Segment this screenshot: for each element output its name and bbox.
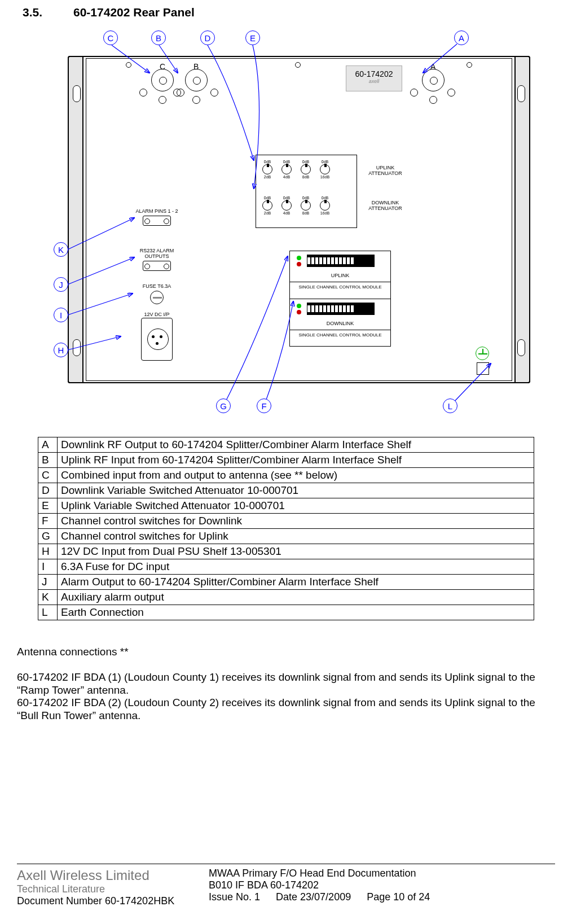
callout-f: F [257, 398, 271, 413]
connector-a: A [413, 63, 453, 103]
attenuator-switch: 0dB4dB [280, 196, 293, 224]
legend-desc: Combined input from and output to antenn… [58, 468, 534, 483]
attenuator-switch: 0dB2dB [261, 196, 274, 224]
legend-key: D [38, 483, 58, 498]
callout-l: L [443, 398, 457, 413]
legend-key: A [38, 437, 58, 453]
footer-dept: Technical Literature [17, 883, 209, 895]
table-row: ADownlink RF Output to 60-174204 Splitte… [38, 437, 534, 453]
notes-p2: 60-174202 IF BDA (2) (Loudoun County 2) … [17, 697, 555, 722]
legend-desc: Downlink RF Output to 60-174204 Splitter… [58, 437, 534, 453]
legend-desc: 12V DC Input from Dual PSU Shelf 13-0053… [58, 544, 534, 559]
footer-title2: B010 IF BDA 60-174202 [209, 879, 555, 891]
legend-key: H [38, 544, 58, 559]
footer-page: Page 10 of 24 [367, 891, 430, 903]
table-row: DDownlink Variable Switched Attenuator 1… [38, 483, 534, 498]
fuse-icon [150, 291, 164, 304]
legend-desc: Channel control switches for Uplink [58, 529, 534, 544]
legend-desc: Auxiliary alarm output [58, 590, 534, 605]
callout-e: E [245, 30, 260, 45]
page-footer: Axell Wireless Limited Technical Literat… [17, 864, 555, 907]
attenuator-switch: 0dB16dB [318, 160, 332, 188]
table-row: JAlarm Output to 60-174204 Splitter/Comb… [38, 575, 534, 590]
downlink-attenuator-label: DOWNLINK ATTENUATOR [366, 200, 405, 211]
section-heading: 3.5. 60-174202 Rear Panel [23, 6, 555, 19]
footer-title1: MWAA Primary F/O Head End Documentation [209, 868, 555, 879]
rack-ear-right [514, 56, 530, 383]
model-label: 60-174202 axell [346, 65, 402, 91]
dc-input-label: 12V DC I/P [134, 312, 179, 317]
legend-key: J [38, 575, 58, 590]
fuse-label: FUSE T6.3A [134, 283, 179, 289]
alarm-pins-connector-icon [143, 216, 171, 226]
callout-b: B [151, 30, 166, 45]
rack-panel: C B A 60-174202 axell 0dB2dB0dB4dB [68, 56, 530, 383]
rs232-label: RS232 ALARM OUTPUTS [134, 248, 179, 259]
table-row: LEarth Connection [38, 605, 534, 620]
downlink-attenuator-row: 0dB2dB0dB4dB0dB8dB0dB16dB [261, 196, 332, 224]
legend-key: E [38, 498, 58, 514]
callout-c: C [103, 30, 118, 45]
control-module-block: UPLINK SINGLE CHANNEL CONTROL MODULE DOW… [289, 251, 391, 347]
legend-desc: Uplink Variable Switched Attenuator 10-0… [58, 498, 534, 514]
footer-date: Date 23/07/2009 [276, 891, 351, 903]
alarm-pins-label: ALARM PINS 1 - 2 [134, 208, 179, 214]
notes-heading: Antenna connections ** [17, 646, 555, 659]
downlink-control-module: DOWNLINK SINGLE CHANNEL CONTROL MODULE [290, 299, 390, 347]
legend-key: G [38, 529, 58, 544]
uplink-control-module: UPLINK SINGLE CHANNEL CONTROL MODULE [290, 251, 390, 299]
section-number: 3.5. [23, 6, 73, 19]
legend-key: B [38, 453, 58, 468]
callout-k: K [54, 242, 68, 257]
legend-table-body: ADownlink RF Output to 60-174204 Splitte… [38, 437, 534, 620]
table-row: GChannel control switches for Uplink [38, 529, 534, 544]
table-row: H12V DC Input from Dual PSU Shelf 13-005… [38, 544, 534, 559]
rs232-connector-icon [143, 261, 171, 271]
uplink-dip-switches [307, 255, 375, 267]
rear-panel-diagram: C B D E A G F L K J I H C [62, 30, 530, 420]
callout-j: J [54, 277, 68, 292]
callout-d: D [200, 30, 215, 45]
table-row: BUplink RF Input from 60-174204 Splitter… [38, 453, 534, 468]
rack-ear-left [68, 56, 83, 383]
dc-input-block: 12V DC I/P [134, 312, 179, 361]
attenuator-switch: 0dB4dB [280, 160, 293, 188]
attenuator-switch: 0dB8dB [299, 196, 313, 224]
uplink-module-label: UPLINK [290, 273, 390, 278]
callout-i: I [54, 308, 68, 322]
connector-b: B [177, 63, 216, 103]
fuse-block: FUSE T6.3A [134, 283, 179, 304]
legend-desc: Earth Connection [58, 605, 534, 620]
table-row: FChannel control switches for Downlink [38, 514, 534, 529]
model-number: 60-174202 [346, 69, 402, 78]
legend-desc: Uplink RF Input from 60-174204 Splitter/… [58, 453, 534, 468]
earth-terminal [477, 362, 489, 375]
attenuator-switch: 0dB8dB [299, 160, 313, 188]
alarm-pins-block: ALARM PINS 1 - 2 [134, 208, 179, 226]
notes-p1: 60-174202 IF BDA (1) (Loudoun County 1) … [17, 671, 555, 697]
legend-desc: 6.3A Fuse for DC input [58, 559, 534, 575]
legend-desc: Alarm Output to 60-174204 Splitter/Combi… [58, 575, 534, 590]
legend-key: F [38, 514, 58, 529]
uplink-attenuator-row: 0dB2dB0dB4dB0dB8dB0dB16dB [261, 160, 332, 188]
attenuator-switch: 0dB16dB [318, 196, 332, 224]
table-row: KAuxiliary alarm output [38, 590, 534, 605]
legend-table: ADownlink RF Output to 60-174204 Splitte… [38, 437, 534, 620]
legend-key: L [38, 605, 58, 620]
attenuator-block: 0dB2dB0dB4dB0dB8dB0dB16dB 0dB2dB0dB4dB0d… [256, 155, 357, 228]
table-row: CCombined input from and output to anten… [38, 468, 534, 483]
uplink-attenuator-label: UPLINK ATTENUATOR [366, 165, 405, 176]
legend-key: C [38, 468, 58, 483]
table-row: EUplink Variable Switched Attenuator 10-… [38, 498, 534, 514]
callout-a: A [454, 30, 469, 45]
downlink-module-name: SINGLE CHANNEL CONTROL MODULE [290, 330, 390, 338]
rs232-block: RS232 ALARM OUTPUTS [134, 248, 179, 271]
panel-inner: C B A 60-174202 axell 0dB2dB0dB4dB [86, 58, 512, 381]
brand-logo: axell [346, 78, 402, 84]
downlink-module-label: DOWNLINK [290, 321, 390, 326]
attenuator-switch: 0dB2dB [261, 160, 274, 188]
table-row: I6.3A Fuse for DC input [38, 559, 534, 575]
legend-key: I [38, 559, 58, 575]
legend-desc: Channel control switches for Downlink [58, 514, 534, 529]
callout-h: H [54, 343, 68, 357]
